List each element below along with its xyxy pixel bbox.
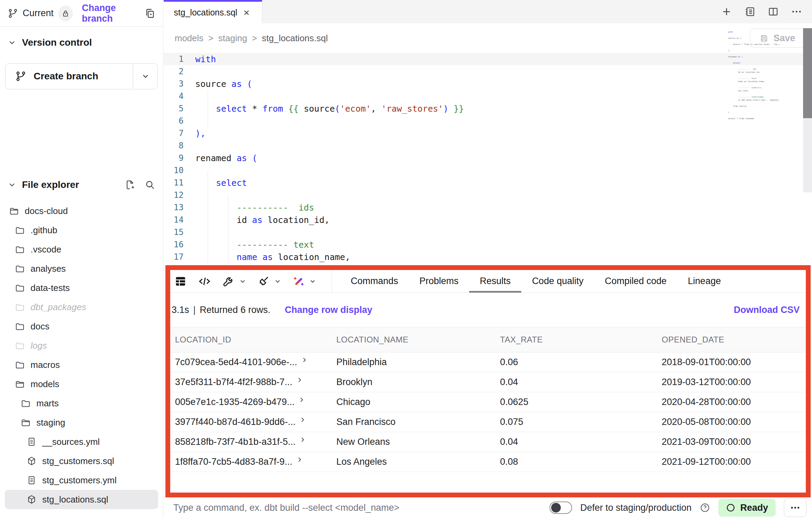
file-tree-item--vscode[interactable]: .vscode (5, 240, 158, 259)
code-view-button[interactable] (198, 274, 211, 288)
more-options-icon[interactable] (791, 6, 802, 18)
help-icon[interactable] (700, 503, 710, 513)
code-line-14[interactable]: 14 id as location_id, (164, 214, 812, 226)
table-row[interactable]: 7c079cea-5ed4-4101-906e-...Philadelphia0… (170, 352, 806, 372)
results-tab-commands[interactable]: Commands (340, 270, 409, 292)
expand-cell-icon[interactable] (301, 357, 308, 364)
minimap[interactable]: with source as ( select * from {{ source… (728, 30, 779, 120)
tab-stg-locations[interactable]: stg_locations.sql × (164, 0, 262, 23)
column-header-location_id[interactable]: LOCATION_ID (170, 335, 332, 345)
column-header-opened_date[interactable]: OPENED_DATE (657, 335, 806, 345)
new-tab-icon[interactable] (721, 6, 732, 18)
file-tree-item-marts[interactable]: marts (5, 394, 158, 413)
sidebar: Current Change branch Version control Cr… (0, 0, 163, 518)
code-line-3[interactable]: 3source as ( (164, 78, 812, 90)
file-tree-item-stg-customers-yml[interactable]: stg_customers.yml (5, 471, 158, 490)
file-tree-label: __sources.yml (42, 437, 100, 447)
code-line-2[interactable]: 2 (164, 65, 812, 78)
more-actions-button[interactable] (784, 498, 807, 517)
code-line-17[interactable]: 17 name as location_name, (164, 251, 812, 263)
file-tree-item-docs-cloud[interactable]: docs-cloud (5, 201, 158, 221)
copy-icon[interactable] (144, 7, 155, 20)
results-status-bar: 3.1s | Returned 6 rows. Change row displ… (170, 293, 806, 327)
file-tree-item-stg-customers-sql[interactable]: stg_customers.sql (5, 451, 158, 471)
results-tab-lineage[interactable]: Lineage (677, 270, 731, 292)
folder-icon (15, 321, 25, 331)
new-file-icon[interactable] (125, 179, 136, 190)
file-tree-item-stg-locations-sql[interactable]: stg_locations.sql (5, 490, 158, 509)
file-tree-item-analyses[interactable]: analyses (5, 259, 158, 278)
file-tree-item-staging[interactable]: staging (5, 413, 158, 432)
table-row[interactable]: 1f8ffa70-7cb5-4d83-8a7f-9...Los Angeles0… (170, 452, 806, 472)
status-ready-button[interactable]: Ready (718, 499, 776, 517)
search-icon[interactable] (144, 179, 155, 190)
file-tree-item--sources-yml[interactable]: __sources.yml (5, 432, 158, 451)
line-content: renamed as ( (195, 153, 257, 163)
close-icon[interactable]: × (243, 9, 252, 17)
file-tree-item-logs[interactable]: logs (5, 336, 158, 355)
breadcrumb-item[interactable]: staging (218, 33, 247, 44)
code-line-13[interactable]: 13 ---------- ids (164, 201, 812, 214)
file-tree-item-data-tests[interactable]: data-tests (5, 278, 158, 297)
line-number: 13 (164, 203, 195, 212)
notebook-icon[interactable] (744, 6, 756, 18)
code-line-7[interactable]: 7), (164, 127, 812, 139)
table-row[interactable]: 3977f440-b87d-461b-9dd6-...San Francisco… (170, 412, 806, 432)
cleanup-dropdown[interactable] (257, 274, 281, 288)
code-line-5[interactable]: 5 select * from {{ source('ecom', 'raw_s… (164, 102, 812, 115)
code-line-16[interactable]: 16 ---------- text (164, 238, 812, 251)
command-input[interactable] (173, 503, 549, 513)
expand-cell-icon[interactable] (296, 377, 303, 384)
model-icon (26, 494, 37, 505)
file-explorer-header[interactable]: File explorer (0, 178, 163, 192)
cell-value: 0.06 (500, 357, 518, 368)
results-tab-compiled-code[interactable]: Compiled code (594, 270, 677, 292)
code-line-1[interactable]: 1with (164, 53, 812, 65)
table-row[interactable]: 005e7e1c-1935-4269-b479...Chicago0.06252… (170, 392, 806, 412)
breadcrumb-item[interactable]: stg_locations.sql (262, 33, 328, 44)
table-view-button[interactable] (174, 274, 187, 288)
branch-lock-badge (58, 5, 73, 21)
defer-toggle[interactable] (549, 502, 572, 514)
expand-cell-icon[interactable] (298, 397, 305, 404)
scrollbar-thumb[interactable] (803, 28, 812, 118)
code-line-12[interactable]: 12 (164, 189, 812, 201)
file-tree-item-dbt-packages[interactable]: dbt_packages (5, 297, 158, 317)
code-line-6[interactable]: 6 (164, 115, 812, 127)
cell-value: 0.0625 (500, 397, 529, 407)
create-branch-button[interactable]: Create branch (5, 64, 133, 89)
results-tab-results[interactable]: Results (469, 270, 521, 292)
table-row[interactable]: 858218fb-73f7-4b1b-a31f-5...New Orleans0… (170, 432, 806, 452)
column-header-location_name[interactable]: LOCATION_NAME (332, 335, 495, 345)
table-row[interactable]: 37e5f311-b7f4-4f2f-988b-7...Brooklyn0.04… (170, 372, 806, 392)
split-editor-icon[interactable] (767, 6, 779, 18)
download-csv-link[interactable]: Download CSV (734, 305, 800, 315)
line-content: ), (195, 128, 206, 138)
code-line-4[interactable]: 4 (164, 90, 812, 102)
file-tree-item-docs[interactable]: docs (5, 317, 158, 336)
results-tab-code-quality[interactable]: Code quality (521, 270, 594, 292)
code-line-10[interactable]: 10 (164, 164, 812, 177)
code-line-15[interactable]: 15 (164, 226, 812, 238)
code-line-8[interactable]: 8 (164, 139, 812, 152)
file-tree-item-macros[interactable]: macros (5, 355, 158, 374)
breadcrumb-item[interactable]: models (175, 33, 204, 44)
change-branch-link[interactable]: Change branch (82, 3, 144, 24)
code-editor[interactable]: 1with23source as (45 select * from {{ so… (164, 53, 812, 263)
version-control-header[interactable]: Version control (0, 36, 163, 49)
table-cell: 2020-05-08T00:00:00 (657, 417, 806, 427)
change-row-display-link[interactable]: Change row display (285, 305, 372, 315)
code-line-9[interactable]: 9renamed as ( (164, 152, 812, 164)
expand-cell-icon[interactable] (299, 437, 306, 443)
results-tab-problems[interactable]: Problems (409, 270, 469, 292)
build-tools-dropdown[interactable] (222, 274, 246, 288)
table-cell: 0.06 (495, 357, 657, 368)
file-tree-item-models[interactable]: models (5, 374, 158, 394)
file-tree-item--github[interactable]: .github (5, 221, 158, 240)
ai-assist-dropdown[interactable] (292, 274, 316, 288)
create-branch-dropdown[interactable] (133, 64, 158, 89)
code-line-11[interactable]: 11 select (164, 177, 812, 189)
expand-cell-icon[interactable] (296, 457, 303, 463)
expand-cell-icon[interactable] (299, 417, 306, 424)
column-header-tax_rate[interactable]: TAX_RATE (495, 335, 657, 345)
